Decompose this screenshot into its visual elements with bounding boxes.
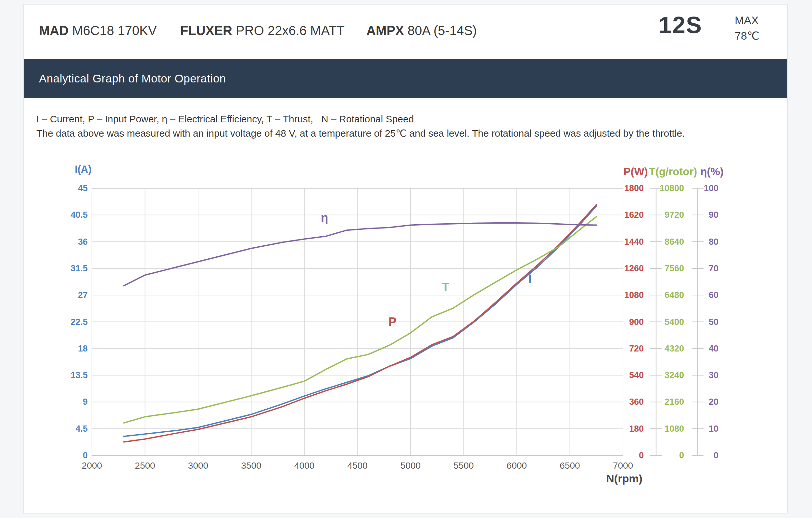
spec-sheet-page: MAD M6C18 170KV FLUXER PRO 22x6.6 MATT A… bbox=[0, 0, 812, 518]
right-axis-tick-label: 6480 bbox=[665, 290, 684, 300]
right-axis-tick-label: 0 bbox=[714, 451, 719, 460]
series-line-T bbox=[124, 217, 596, 423]
x-axis-tick-label: 2000 bbox=[82, 461, 102, 470]
curve-label-T: T bbox=[442, 280, 450, 294]
right-axis-tick-label: 1620 bbox=[624, 210, 644, 220]
right-axis-tick-label: 8640 bbox=[665, 237, 684, 247]
left-axis-tick-label: 27 bbox=[78, 290, 88, 300]
right-axis-tick-label: 10 bbox=[709, 424, 719, 434]
x-axis-tick-label: 4000 bbox=[294, 461, 314, 470]
right-axis-tick-label: 0 bbox=[679, 451, 684, 460]
right-axis-tick-label: 80 bbox=[709, 237, 719, 247]
right-axis-tick-label: 30 bbox=[709, 370, 719, 380]
x-axis-title: N(rpm) bbox=[606, 472, 642, 485]
right-axis-tick-label: 0 bbox=[639, 451, 644, 460]
right-axis-tick-label: 9720 bbox=[665, 210, 684, 220]
left-axis-tick-label: 22.5 bbox=[70, 317, 88, 327]
right-axis-title: P(W) bbox=[623, 165, 648, 178]
right-axis-tick-label: 60 bbox=[709, 290, 719, 300]
curve-label-I: I bbox=[528, 272, 532, 285]
right-axis-tick-label: 2160 bbox=[665, 397, 684, 407]
x-axis-tick-label: 5500 bbox=[454, 461, 473, 470]
right-axis-tick-label: 1080 bbox=[624, 290, 644, 300]
x-axis-tick-label: 3000 bbox=[188, 461, 208, 470]
left-axis-title: I(A) bbox=[75, 163, 92, 175]
right-axis-tick-label: 20 bbox=[709, 397, 719, 407]
motor-operation-chart: 04.5913.51822.52731.53640.545I(A)2000250… bbox=[0, 0, 812, 518]
x-axis-tick-label: 3500 bbox=[241, 461, 261, 470]
right-axis-tick-label: 360 bbox=[629, 397, 644, 407]
x-axis-tick-label: 6000 bbox=[507, 461, 527, 470]
curve-label-P: P bbox=[388, 315, 397, 329]
left-axis-tick-label: 18 bbox=[78, 344, 88, 354]
right-axis-tick-label: 900 bbox=[629, 317, 644, 327]
left-axis-tick-label: 31.5 bbox=[70, 264, 88, 273]
right-axis-tick-label: 5400 bbox=[665, 317, 684, 327]
right-axis-tick-label: 720 bbox=[629, 344, 644, 354]
right-axis-tick-label: 10800 bbox=[660, 183, 684, 193]
left-axis-tick-label: 9 bbox=[83, 397, 88, 407]
left-axis-tick-label: 4.5 bbox=[75, 424, 88, 434]
x-axis-tick-label: 2500 bbox=[135, 461, 155, 470]
series-line-P bbox=[124, 205, 596, 442]
x-axis-tick-label: 4500 bbox=[347, 461, 367, 470]
right-axis-tick-label: 4320 bbox=[665, 344, 684, 354]
right-axis-tick-label: 3240 bbox=[665, 370, 684, 380]
right-axis-tick-label: 180 bbox=[629, 424, 644, 434]
right-axis-tick-label: 90 bbox=[709, 210, 719, 220]
right-axis-title: T(g/rotor) bbox=[649, 165, 697, 178]
right-axis-tick-label: 1800 bbox=[624, 183, 644, 193]
right-axis-tick-label: 1440 bbox=[624, 237, 644, 247]
left-axis-tick-label: 40.5 bbox=[70, 210, 88, 220]
right-axis-tick-label: 7560 bbox=[665, 264, 684, 273]
x-axis-tick-label: 5000 bbox=[401, 461, 420, 470]
x-axis-tick-label: 7000 bbox=[613, 461, 633, 470]
right-axis-tick-label: 70 bbox=[709, 264, 719, 273]
right-axis-tick-label: 1260 bbox=[624, 264, 644, 273]
right-axis-tick-label: 100 bbox=[704, 183, 719, 193]
right-axis-tick-label: 40 bbox=[709, 344, 719, 354]
left-axis-tick-label: 0 bbox=[83, 451, 88, 460]
left-axis-tick-label: 45 bbox=[78, 183, 88, 193]
left-axis-tick-label: 13.5 bbox=[70, 370, 88, 380]
right-axis-title: η(%) bbox=[700, 165, 723, 178]
right-axis-tick-label: 540 bbox=[629, 370, 644, 380]
right-axis-tick-label: 50 bbox=[709, 317, 719, 327]
curve-label-η: η bbox=[321, 211, 328, 224]
x-axis-tick-label: 6500 bbox=[560, 461, 580, 470]
right-axis-tick-label: 1080 bbox=[665, 424, 684, 434]
left-axis-tick-label: 36 bbox=[78, 237, 88, 247]
